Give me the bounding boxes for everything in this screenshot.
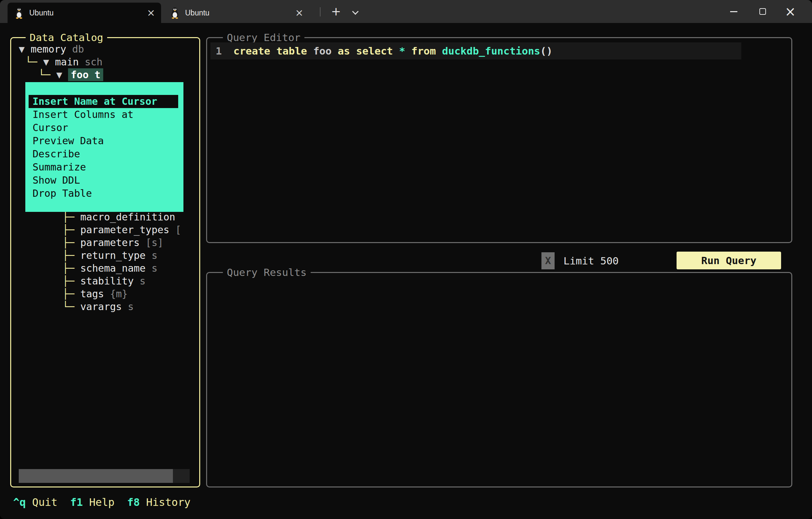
run-query-button[interactable]: Run Query: [676, 252, 781, 269]
tree-connector: ├─: [62, 211, 80, 223]
tab-close-icon[interactable]: ×: [295, 8, 303, 18]
minimize-button[interactable]: [723, 0, 744, 23]
selected-node-label: foo t: [68, 68, 103, 81]
tab-ubuntu-active[interactable]: Ubuntu ×: [7, 3, 161, 23]
context-menu-item[interactable]: Insert Name at Cursor: [29, 95, 178, 108]
tree-connector: ├─: [62, 288, 80, 300]
column-macro_definition[interactable]: ├─ macro_definition: [62, 211, 200, 223]
line-number: 1: [210, 45, 233, 57]
column-name: schema_name: [80, 263, 146, 274]
maximize-icon: [759, 8, 766, 15]
footer-label: History: [140, 496, 190, 509]
context-menu-item[interactable]: Summarize: [29, 161, 178, 174]
tree-connector: └─: [62, 301, 80, 312]
editor-current-line[interactable]: 1 create table foo as select * from duck…: [210, 42, 741, 59]
query-results-title: Query Results: [223, 266, 311, 279]
footer-quit[interactable]: ^q Quit: [13, 496, 58, 509]
query-editor-title: Query Editor: [223, 31, 304, 44]
column-type: {m}: [104, 288, 127, 300]
column-return_type[interactable]: ├─ return_type s: [62, 249, 200, 262]
tree-connector: ├─: [62, 237, 80, 248]
query-editor-panel[interactable]: Query Editor: [206, 37, 792, 243]
node-type: sch: [85, 56, 103, 68]
code-token: create table: [233, 45, 313, 57]
column-type: s: [146, 263, 157, 274]
footer-keybar: ^q Quit f1 Help f8 History: [13, 494, 190, 511]
close-button[interactable]: ×: [780, 0, 801, 23]
tux-icon: [14, 7, 24, 19]
tab-dropdown-button[interactable]: [349, 6, 362, 19]
column-parameters[interactable]: ├─ parameters [s]: [62, 236, 200, 249]
expand-arrow-icon[interactable]: ▼: [56, 69, 68, 81]
footer-history[interactable]: f8 History: [127, 496, 191, 509]
context-menu-item[interactable]: Describe: [29, 148, 178, 161]
column-type: [s]: [140, 237, 164, 248]
column-type: s: [146, 250, 157, 261]
context-menu-item[interactable]: Show DDL: [29, 174, 178, 187]
tree-connector: ├─: [62, 250, 80, 261]
column-varargs[interactable]: └─ varargs s: [62, 300, 200, 313]
maximize-button[interactable]: [752, 0, 773, 23]
code-token: (): [540, 45, 552, 57]
terminal-window: Ubuntu × Ubuntu × + × Data Catalog: [0, 0, 812, 519]
tab-close-icon[interactable]: ×: [147, 8, 155, 18]
limit-label: Limit 500: [563, 252, 619, 269]
tree-node-main[interactable]: └─ ▼ main sch: [10, 56, 199, 68]
code-token: as select: [338, 45, 399, 57]
tux-icon: [170, 7, 180, 19]
query-results-panel: Query Results: [206, 272, 792, 487]
node-label: memory: [31, 43, 72, 55]
code-token: [405, 45, 412, 57]
code-token: duckdb_functions: [442, 45, 541, 57]
tab-ubuntu-inactive[interactable]: Ubuntu ×: [164, 3, 309, 23]
tree-connector: └─: [38, 69, 56, 81]
column-name: varargs: [80, 301, 122, 312]
footer-key: f1: [70, 496, 83, 509]
context-menu-item[interactable]: Insert Columns at Cursor: [29, 108, 178, 134]
tab-title: Ubuntu: [185, 8, 209, 18]
footer-key: ^q: [13, 496, 26, 509]
column-name: macro_definition: [80, 211, 175, 223]
column-name: parameter_types: [80, 224, 169, 236]
expand-arrow-icon[interactable]: ▼: [43, 56, 55, 68]
tree-connector: ├─: [62, 263, 80, 274]
limit-checkbox[interactable]: X: [542, 252, 555, 269]
scrollbar-thumb[interactable]: [19, 469, 173, 483]
code-line: create table foo as select * from duckdb…: [233, 45, 553, 57]
context-menu-item[interactable]: Preview Data: [29, 134, 178, 148]
column-name: parameters: [80, 237, 140, 248]
new-tab-button[interactable]: +: [328, 5, 344, 20]
expand-arrow-icon[interactable]: ▼: [19, 43, 31, 55]
tree-connector: ├─: [62, 224, 80, 236]
code-token: *: [399, 45, 405, 57]
tab-divider: [320, 7, 321, 17]
code-token: foo: [313, 45, 338, 57]
titlebar: Ubuntu × Ubuntu × + ×: [0, 0, 812, 23]
minimize-icon: [730, 11, 737, 12]
node-label: main: [55, 56, 85, 68]
column-stability[interactable]: ├─ stability s: [62, 275, 200, 287]
footer-key: f8: [127, 496, 140, 509]
data-catalog-title: Data Catalog: [26, 31, 107, 44]
tab-title: Ubuntu: [29, 8, 54, 18]
column-parameter_types[interactable]: ├─ parameter_types [: [62, 223, 200, 236]
catalog-columns: ├─ macro_definition├─ parameter_types [├…: [62, 211, 200, 313]
column-type: s: [134, 275, 146, 287]
tree-connector: └─: [25, 56, 43, 68]
column-name: return_type: [80, 250, 146, 261]
tree-node-foo[interactable]: └─ ▼ foo t: [10, 68, 199, 81]
footer-label: Help: [83, 496, 114, 509]
tree-node-memory[interactable]: ▼ memory db: [10, 43, 199, 56]
catalog-tree: ▼ memory db└─ ▼ main sch└─ ▼ foo t: [10, 43, 199, 81]
column-tags[interactable]: ├─ tags {m}: [62, 287, 200, 300]
footer-label: Quit: [26, 496, 58, 509]
close-icon: ×: [785, 5, 796, 18]
context-menu-item[interactable]: Drop Table: [29, 187, 178, 200]
table-context-menu: Insert Name at CursorInsert Columns at C…: [25, 82, 183, 212]
column-name: tags: [80, 288, 104, 300]
horizontal-scrollbar[interactable]: [19, 469, 190, 483]
column-name: stability: [80, 275, 134, 287]
column-schema_name[interactable]: ├─ schema_name s: [62, 262, 200, 275]
column-type: s: [122, 301, 134, 312]
footer-help[interactable]: f1 Help: [70, 496, 114, 509]
